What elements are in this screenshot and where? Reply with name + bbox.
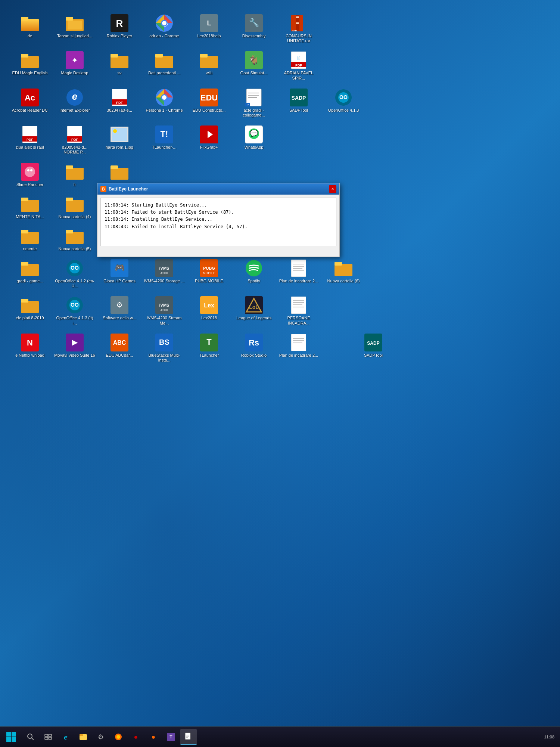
svg-rect-95 xyxy=(21,232,39,244)
taskbar-orangecircle-icon[interactable]: ● xyxy=(145,729,162,745)
desktop-icon-lex2018[interactable]: Lex Lex2018 xyxy=(187,293,231,323)
taskbar-control-panel-icon[interactable]: ⚙ xyxy=(93,729,109,745)
desktop-icon-de[interactable]: de xyxy=(7,11,52,41)
openoffice-icon-412: OO xyxy=(66,259,84,277)
desktop-icon-openoffice413[interactable]: OO OpenOffice 4.1.3 xyxy=(321,86,366,116)
icon-label-sadptool2: SADPTool xyxy=(364,353,383,358)
taskbar-firefox-icon[interactable] xyxy=(110,729,127,745)
desktop-icon-wiiii[interactable]: wiiii xyxy=(187,48,231,78)
icon-label-slime-rancher: Slime Rancher xyxy=(16,182,43,187)
desktop-icon-magic-desktop[interactable]: ✦ Magic Desktop xyxy=(52,48,97,78)
battleye-title-icon: B xyxy=(100,186,106,192)
desktop-icon-disassembly[interactable]: 🔧 Disassembly xyxy=(231,11,276,41)
desktop-icon-382347[interactable]: PDF 382347a0-e... xyxy=(97,86,142,116)
desktop-icon-fr[interactable]: fr xyxy=(52,160,97,190)
desktop-icon-tarzan[interactable]: Tarzan si jungliad... xyxy=(52,11,97,41)
desktop-icon-edu-constructo[interactable]: EDU EDU Constructo... xyxy=(187,86,231,116)
desktop-icon-pubg-mobile[interactable]: PUBGMOBILE PUBG MOBILE xyxy=(187,256,231,286)
svg-text:LoL: LoL xyxy=(249,304,259,310)
desktop-icon-acrobat[interactable]: Ac Acrobat Reader DC xyxy=(7,86,52,116)
desktop-icon-tlauncher2[interactable]: T TLauncher xyxy=(187,331,231,361)
desktop-icon-openoffice412[interactable]: OO OpenOffice 4.1.2 (en-U... xyxy=(52,256,97,291)
icon-label-ziua-alex: ziua alex si raul xyxy=(16,145,44,150)
taskbar-file-icon[interactable] xyxy=(180,729,197,745)
desktop-icon-adrian-pdf[interactable]: PDF📄 ADRIAN PAVEL SPIR... xyxy=(276,48,321,83)
svg-point-82 xyxy=(30,169,32,171)
desktop-icon-ivms4200-stream[interactable]: iVMS4200 iVMS-4200 Stream Me... xyxy=(142,293,187,328)
icon-label-plan-incadrare2: Plan de incadrare 2... xyxy=(279,279,318,283)
desktop-icon-roblox[interactable]: R Roblox Player xyxy=(97,11,142,41)
battleye-titlebar[interactable]: B BattlEye Launcher × xyxy=(97,183,339,195)
desktop-icon-gioca-hp[interactable]: 🎮 Gioca HP Games xyxy=(97,256,142,286)
taskbar-twitch-icon[interactable]: T xyxy=(163,729,179,745)
desktop-icon-nuova4[interactable]: Nuova cartella (4) xyxy=(52,192,97,222)
openoffice-icon-413: OO xyxy=(335,89,352,106)
chrome-icon-persona1 xyxy=(155,89,173,106)
desktop-icon-nmente[interactable]: nmente xyxy=(7,224,52,254)
desktop-icon-spotify[interactable]: Spotify xyxy=(231,256,276,286)
desktop-icon-tlauncher[interactable]: T! TLauncher-... xyxy=(142,123,187,153)
desktop-icon-adrian-chrome[interactable]: adrian - Chrome xyxy=(142,11,187,41)
desktop-icon-ziua-alex[interactable]: PDF ziua alex si raul xyxy=(7,123,52,153)
svg-rect-18 xyxy=(296,16,299,18)
svg-rect-31 xyxy=(200,56,218,68)
svg-rect-111 xyxy=(21,264,39,276)
icon-label-acrobat: Acrobat Reader DC xyxy=(12,108,48,113)
taskbar-notification-area: 11:08 xyxy=(540,735,558,739)
desktop-icon-league-legends[interactable]: LoL League of Legends xyxy=(231,293,276,323)
desktop-icon-ele-plati[interactable]: ele plati 8-2019 xyxy=(7,293,52,323)
desktop-icon-harta-rom[interactable]: harta rom.1.jpg xyxy=(97,123,142,153)
desktop-icon-ie[interactable]: e Internet Explorer xyxy=(52,86,97,116)
taskbar-edge-icon[interactable]: e xyxy=(57,729,74,745)
desktop-icon-lex2018help[interactable]: L Lex2018help xyxy=(187,11,231,41)
desktop-icon-nuova6[interactable]: Nuova cartella (6) xyxy=(321,256,366,286)
svg-rect-1 xyxy=(21,19,39,31)
battleye-close-button[interactable]: × xyxy=(329,185,336,193)
taskbar-start-button[interactable] xyxy=(2,728,21,746)
svg-text:T: T xyxy=(169,734,172,740)
desktop-icon-slime-rancher[interactable]: Slime Rancher xyxy=(7,160,52,190)
folder-icon-de xyxy=(21,14,39,32)
desktop-icon-roblox-studio[interactable]: Rs Roblox Studio xyxy=(231,331,276,361)
desktop-icon-goat[interactable]: 🐐 Goat Simulat... xyxy=(231,48,276,78)
desktop-icon-edu-magic[interactable]: EDU Magic English xyxy=(7,48,52,78)
document-icon-plan-incadrare2b xyxy=(290,334,308,351)
taskbar-redcircle-icon[interactable]: ● xyxy=(128,729,144,745)
desktop-icon-netflix[interactable]: N e Netflix wnload xyxy=(7,331,52,361)
desktop-icon-edu-abcdar[interactable]: ABC EDU ABCdar... xyxy=(97,331,142,361)
svg-rect-27 xyxy=(111,56,128,68)
desktop-icon-software-della[interactable]: ⚙ Software della w... xyxy=(97,293,142,323)
desktop-icon-mente[interactable]: MENTE NITA... xyxy=(7,192,52,222)
desktop-icon-whatsapp[interactable]: 💬 WhatsApp xyxy=(231,123,276,153)
desktop-icon-gradi-game[interactable]: gradi - game... xyxy=(7,256,52,286)
taskbar-task-view-icon[interactable] xyxy=(40,729,56,745)
desktop-icon-bluestacks[interactable]: BS BlueStacks Multi-Insta... xyxy=(142,331,187,366)
desktop-icon-ivms4200-storage[interactable]: iVMS4200 iVMS-4200 Storage ... xyxy=(142,256,187,286)
desktop-icon-dati[interactable]: Dati precedenti ... xyxy=(142,48,187,78)
taskbar-search-icon[interactable] xyxy=(22,729,39,745)
icon-label-tarzan: Tarzan si jungliad... xyxy=(57,34,92,38)
desktop-icon-plan-incadrare2b[interactable]: Plan de incadrare 2... xyxy=(276,331,321,361)
desktop-icon-sv[interactable]: sv xyxy=(97,48,142,78)
desktop-icon-sadptool2[interactable]: SADP SADPTool xyxy=(351,331,396,361)
desktop-icon-d20d5e42[interactable]: PDF d20d5e42-d... NORME P... xyxy=(52,123,97,158)
desktop-icon-persoane-incadra[interactable]: PERSOANE INCADRA... xyxy=(276,293,321,328)
svg-text:MOBILE: MOBILE xyxy=(203,271,215,275)
icon-label-openoffice413: OpenOffice 4.1.3 xyxy=(328,108,359,113)
desktop-icon-nuova5[interactable]: Nuova cartella (5) xyxy=(52,224,97,254)
svg-text:ABC: ABC xyxy=(113,340,126,346)
desktop-icon-persona1-chrome[interactable]: Persona 1 - Chrome xyxy=(142,86,187,116)
svg-rect-75 xyxy=(200,140,218,143)
desktop-icon-acte-gradi[interactable]: ↗ acte gradi - collegame... xyxy=(231,86,276,121)
desktop-icon-flixgrab[interactable]: FlixGrab+ xyxy=(187,123,231,153)
desktop-icon-movavi[interactable]: ▶ Movavi Video Suite 16 xyxy=(52,331,97,361)
desktop-icon-concurs-rar[interactable]: RAR CONCURS IN UNITATE.rar xyxy=(276,11,321,46)
svg-text:iVMS: iVMS xyxy=(159,303,169,307)
desktop-icon-plan-incadrare2[interactable]: Plan de incadrare 2... xyxy=(276,256,321,286)
svg-rect-97 xyxy=(66,232,84,244)
taskbar-explorer-icon[interactable] xyxy=(75,729,91,745)
svg-rect-30 xyxy=(155,54,163,58)
icon-label-lex2018: Lex2018 xyxy=(201,316,217,320)
desktop-icon-sadptool[interactable]: SADP SADPTool xyxy=(276,86,321,116)
desktop-icon-openoffice413it[interactable]: OO OpenOffice 4.1.3 (it) i... xyxy=(52,293,97,328)
